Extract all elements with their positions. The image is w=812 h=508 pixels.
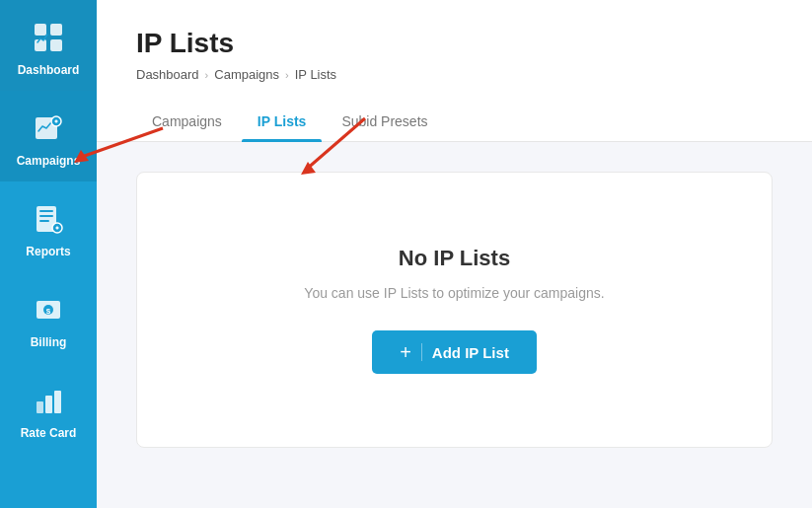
tab-ip-lists[interactable]: IP Lists [242,102,323,141]
sidebar-item-billing[interactable]: $ Billing [0,272,97,363]
content-area: No IP Lists You can use IP Lists to opti… [97,142,812,508]
svg-text:$: $ [46,307,51,316]
sidebar-item-dashboard[interactable]: Dashboard [0,0,97,91]
breadcrumb-sep-2: › [285,69,289,81]
svg-rect-18 [37,401,43,413]
reports-icon [29,199,68,239]
add-ip-list-label: Add IP List [432,344,509,361]
svg-rect-10 [39,215,53,217]
empty-state-title: No IP Lists [399,246,510,271]
plus-icon: + [400,342,411,362]
page-header: IP Lists Dashboard › Campaigns › IP List… [97,0,812,102]
empty-state-card: No IP Lists You can use IP Lists to opti… [136,172,773,448]
breadcrumb-sep-1: › [205,69,209,81]
add-ip-list-button[interactable]: + Add IP List [372,330,537,374]
breadcrumb: Dashboard › Campaigns › IP Lists [136,67,773,82]
tab-subid-presets[interactable]: Subid Presets [326,102,443,141]
main-content: IP Lists Dashboard › Campaigns › IP List… [97,0,812,508]
svg-rect-11 [39,220,49,222]
svg-rect-2 [35,39,46,51]
breadcrumb-campaigns: Campaigns [214,67,279,82]
tab-campaigns[interactable]: Campaigns [136,102,238,141]
page-title: IP Lists [136,28,773,59]
sidebar-item-campaigns[interactable]: Campaigns [0,91,97,181]
sidebar-item-reports[interactable]: Reports [0,181,97,272]
empty-state-description: You can use IP Lists to optimize your ca… [304,285,604,301]
sidebar: Dashboard Campaigns Re [0,0,97,508]
sidebar-item-dashboard-label: Dashboard [18,63,80,77]
dashboard-icon [29,18,68,57]
sidebar-item-rate-card-label: Rate Card [21,426,77,440]
sidebar-item-campaigns-label: Campaigns [17,154,81,168]
sidebar-item-billing-label: Billing [31,335,67,349]
svg-rect-20 [54,391,61,413]
rate-card-icon [29,381,68,420]
tab-bar: Campaigns IP Lists Subid Presets [97,102,812,142]
breadcrumb-ip-lists: IP Lists [295,67,336,82]
billing-icon: $ [29,290,68,329]
svg-rect-3 [50,39,62,51]
svg-rect-1 [50,24,62,36]
button-divider [421,343,422,361]
sidebar-item-rate-card[interactable]: Rate Card [0,363,97,454]
svg-rect-0 [35,24,46,36]
svg-rect-9 [39,210,53,212]
sidebar-item-reports-label: Reports [26,245,70,258]
breadcrumb-dashboard: Dashboard [136,67,199,82]
svg-rect-19 [45,396,52,413]
campaigns-icon [29,109,68,148]
